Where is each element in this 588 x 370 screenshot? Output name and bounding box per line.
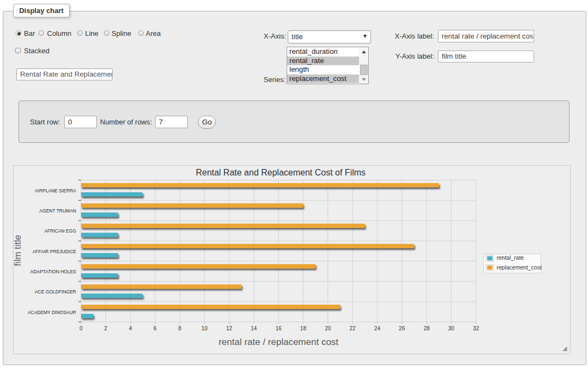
svg-text:rental rate / replacement cost: rental rate / replacement cost [219, 337, 338, 347]
svg-text:ACADEMY DINOSAUR: ACADEMY DINOSAUR [28, 310, 76, 315]
svg-text:20: 20 [325, 325, 331, 331]
svg-text:8: 8 [178, 325, 182, 331]
svg-text:0: 0 [79, 325, 83, 331]
svg-text:16: 16 [275, 325, 282, 331]
svg-text:28: 28 [424, 325, 430, 331]
svg-text:AFFAIR PREJUDICE: AFFAIR PREJUDICE [33, 249, 77, 254]
svg-text:10: 10 [201, 325, 208, 331]
svg-text:24: 24 [374, 325, 381, 331]
svg-text:32: 32 [473, 325, 479, 331]
svg-text:12: 12 [226, 325, 233, 331]
svg-text:AFRICAN EGG: AFRICAN EGG [44, 228, 76, 234]
svg-text:AIRPLANE SIERRA: AIRPLANE SIERRA [35, 188, 76, 193]
svg-text:14: 14 [251, 325, 257, 331]
svg-text:26: 26 [399, 325, 405, 331]
svg-text:22: 22 [350, 325, 356, 331]
svg-text:30: 30 [448, 325, 455, 331]
svg-text:rental_rate: rental_rate [497, 254, 524, 261]
svg-text:6: 6 [153, 325, 157, 331]
svg-text:ACE GOLDFINGER: ACE GOLDFINGER [35, 289, 76, 294]
svg-text:AGENT TRUMAN: AGENT TRUMAN [39, 208, 76, 214]
svg-text:replacement_cost: replacement_cost [497, 264, 542, 271]
svg-text:ADAPTATION HOLES: ADAPTATION HOLES [30, 269, 77, 274]
svg-text:18: 18 [300, 325, 307, 331]
svg-text:film title: film title [14, 235, 23, 266]
svg-text:4: 4 [129, 325, 132, 331]
svg-text:2: 2 [104, 325, 108, 331]
svg-text:Rental Rate and Replacement Co: Rental Rate and Replacement Cost of Film… [196, 168, 366, 177]
